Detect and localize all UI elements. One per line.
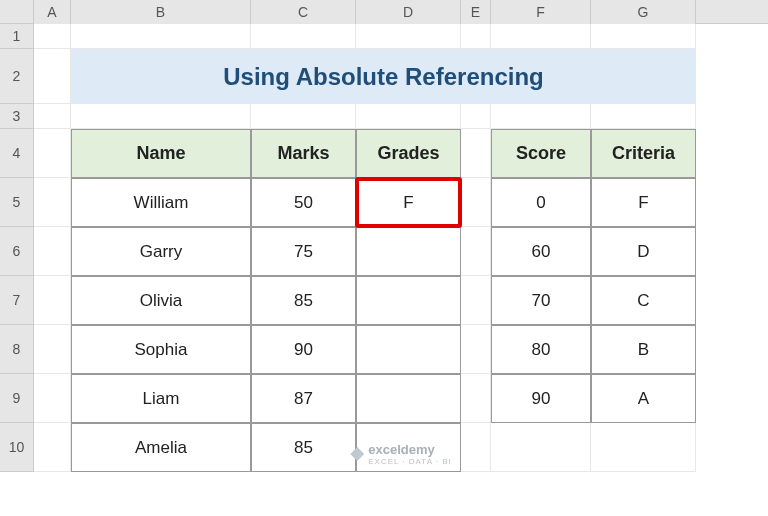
- header-marks[interactable]: Marks: [251, 129, 356, 178]
- col-header-a[interactable]: A: [34, 0, 71, 24]
- column-headers: A B C D E F G: [0, 0, 768, 24]
- table-row[interactable]: Liam: [71, 374, 251, 423]
- cell[interactable]: [591, 423, 696, 472]
- cell[interactable]: [34, 423, 71, 472]
- cell[interactable]: [461, 374, 491, 423]
- col-header-g[interactable]: G: [591, 0, 696, 24]
- page-title[interactable]: Using Absolute Referencing: [71, 49, 696, 104]
- table-row[interactable]: D: [591, 227, 696, 276]
- row-header-2[interactable]: 2: [0, 49, 34, 104]
- table-row[interactable]: Olivia: [71, 276, 251, 325]
- highlighted-grade-cell[interactable]: F: [356, 178, 461, 227]
- watermark-brand: exceldemy: [368, 442, 452, 457]
- table-row[interactable]: [356, 374, 461, 423]
- cell[interactable]: [491, 423, 591, 472]
- cell[interactable]: [34, 325, 71, 374]
- header-criteria[interactable]: Criteria: [591, 129, 696, 178]
- table-row[interactable]: 90: [491, 374, 591, 423]
- col-header-b[interactable]: B: [71, 0, 251, 24]
- cell[interactable]: [491, 104, 591, 129]
- cell[interactable]: [34, 227, 71, 276]
- cell[interactable]: [34, 104, 71, 129]
- cell[interactable]: [461, 129, 491, 178]
- table-row[interactable]: Sophia: [71, 325, 251, 374]
- col-header-f[interactable]: F: [491, 0, 591, 24]
- table-row[interactable]: [356, 227, 461, 276]
- table-row[interactable]: F: [591, 178, 696, 227]
- cell[interactable]: [34, 178, 71, 227]
- header-score[interactable]: Score: [491, 129, 591, 178]
- cell[interactable]: [34, 276, 71, 325]
- table-row[interactable]: 60: [491, 227, 591, 276]
- table-row[interactable]: Garry: [71, 227, 251, 276]
- row-header-8[interactable]: 8: [0, 325, 34, 374]
- table-row[interactable]: 85: [251, 276, 356, 325]
- row-header-6[interactable]: 6: [0, 227, 34, 276]
- row-header-3[interactable]: 3: [0, 104, 34, 129]
- col-header-e[interactable]: E: [461, 0, 491, 24]
- table-row[interactable]: 80: [491, 325, 591, 374]
- cell[interactable]: [251, 24, 356, 49]
- cell[interactable]: [461, 325, 491, 374]
- col-header-d[interactable]: D: [356, 0, 461, 24]
- table-row[interactable]: C: [591, 276, 696, 325]
- row-header-7[interactable]: 7: [0, 276, 34, 325]
- col-header-c[interactable]: C: [251, 0, 356, 24]
- row-header-4[interactable]: 4: [0, 129, 34, 178]
- cell[interactable]: [491, 24, 591, 49]
- spreadsheet-grid: A B C D E F G 1 2 3 4 5 6 7 8 9 10: [0, 0, 768, 516]
- table-row[interactable]: A: [591, 374, 696, 423]
- cell[interactable]: [461, 227, 491, 276]
- cell[interactable]: [461, 178, 491, 227]
- cell[interactable]: [34, 24, 71, 49]
- row-header-9[interactable]: 9: [0, 374, 34, 423]
- cell[interactable]: [71, 24, 251, 49]
- row-headers: 1 2 3 4 5 6 7 8 9 10: [0, 24, 34, 472]
- table-row[interactable]: Amelia: [71, 423, 251, 472]
- header-name[interactable]: Name: [71, 129, 251, 178]
- cell[interactable]: [461, 276, 491, 325]
- cell[interactable]: [356, 24, 461, 49]
- cell[interactable]: [461, 104, 491, 129]
- cells-area: Using Absolute Referencing Name Marks Gr…: [34, 24, 768, 472]
- row-header-1[interactable]: 1: [0, 24, 34, 49]
- cell[interactable]: [461, 423, 491, 472]
- cell[interactable]: [71, 104, 251, 129]
- table-row[interactable]: 50: [251, 178, 356, 227]
- table-row[interactable]: [356, 276, 461, 325]
- table-row[interactable]: 90: [251, 325, 356, 374]
- table-row[interactable]: 0: [491, 178, 591, 227]
- header-grades[interactable]: Grades: [356, 129, 461, 178]
- watermark-tagline: EXCEL · DATA · BI: [368, 457, 452, 466]
- select-all-corner[interactable]: [0, 0, 34, 24]
- cell[interactable]: [461, 24, 491, 49]
- cell[interactable]: [356, 104, 461, 129]
- cell[interactable]: [34, 49, 71, 104]
- table-row[interactable]: B: [591, 325, 696, 374]
- table-row[interactable]: 70: [491, 276, 591, 325]
- table-row[interactable]: 75: [251, 227, 356, 276]
- table-row[interactable]: 85: [251, 423, 356, 472]
- watermark: exceldemy EXCEL · DATA · BI: [350, 442, 452, 466]
- cell[interactable]: [251, 104, 356, 129]
- row-header-5[interactable]: 5: [0, 178, 34, 227]
- cell[interactable]: [591, 104, 696, 129]
- cell[interactable]: [34, 129, 71, 178]
- watermark-icon: [350, 447, 364, 461]
- cell[interactable]: [591, 24, 696, 49]
- row-header-10[interactable]: 10: [0, 423, 34, 472]
- table-row[interactable]: William: [71, 178, 251, 227]
- cell[interactable]: [34, 374, 71, 423]
- table-row[interactable]: 87: [251, 374, 356, 423]
- table-row[interactable]: [356, 325, 461, 374]
